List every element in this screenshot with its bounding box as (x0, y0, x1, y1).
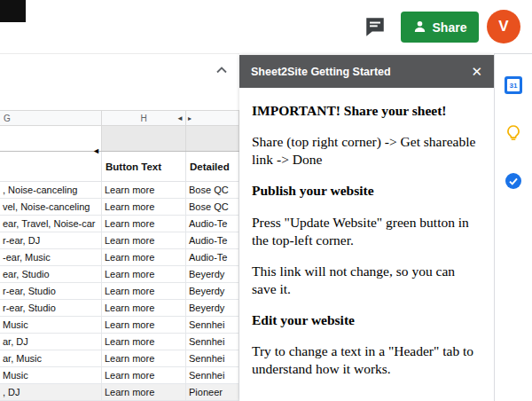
cell-button-text[interactable]: Learn more (102, 216, 186, 232)
hidden-columns-left-arrow-icon[interactable]: ◄ (176, 115, 184, 122)
header-label-button-text: Button Text (106, 161, 161, 172)
cell-detailed[interactable]: Audio-Te (186, 216, 239, 232)
sheet-toolbar-strip (0, 54, 239, 110)
header-cell-g[interactable]: ◄ (0, 152, 102, 181)
panel-paragraph: This link will not change, so you can sa… (252, 263, 481, 298)
workspace-side-rail: 31 (494, 53, 532, 401)
table-row: , Noise-canceling Learn more Bose QC (0, 182, 239, 199)
cell-detailed[interactable]: Sennhei (186, 350, 239, 366)
column-letter-h: H (140, 114, 146, 123)
cell-button-text[interactable]: Learn more (102, 384, 186, 400)
header-cell-detailed[interactable]: Detailed (186, 152, 239, 181)
table-row: -ear, Music Learn more Audio-Te (0, 249, 239, 266)
comment-button[interactable] (362, 15, 388, 40)
frozen-cell-h[interactable] (102, 126, 186, 151)
cell-button-text[interactable]: Learn more (102, 334, 186, 350)
google-sheets-window: Share V G H ◄ ▸ (0, 0, 532, 401)
hidden-columns-right-arrow-icon[interactable]: ▸ (188, 115, 192, 122)
column-header-h[interactable]: H ◄ (102, 111, 186, 125)
getting-started-panel: Sheet2Site Getting Started ✕ IMPORTANT! … (239, 55, 494, 401)
cell-detailed[interactable]: Sennhei (186, 367, 239, 383)
table-row: r-ear, Studio Learn more Beyerdy (0, 300, 239, 317)
calendar-icon[interactable]: 31 (504, 75, 523, 95)
cell-button-text[interactable]: Learn more (102, 283, 186, 299)
cell-detailed[interactable]: Audio-Te (186, 232, 239, 248)
chevron-up-icon[interactable] (213, 61, 231, 79)
cell-detailed[interactable]: Sennhei (186, 334, 239, 350)
panel-title: Sheet2Site Getting Started (251, 66, 471, 78)
cell-detailed[interactable]: Beyerdy (186, 266, 239, 282)
topbar: Share V (0, 0, 532, 53)
table-row: ear, Studio Learn more Beyerdy (0, 266, 239, 283)
column-header-i[interactable]: ▸ (186, 111, 239, 125)
table-row: ar, DJ Learn more Sennhei (0, 334, 239, 350)
cell-button-text[interactable]: Learn more (102, 266, 186, 282)
cell-tags[interactable]: r-ear, Studio (0, 283, 102, 299)
frozen-row (0, 126, 239, 152)
cell-tags[interactable]: r-ear, Studio (0, 300, 102, 316)
cell-tags[interactable]: ear, Travel, Noise-car (0, 216, 102, 232)
table-row: r-ear, DJ Learn more Audio-Te (0, 232, 239, 249)
panel-heading: Edit your website (252, 311, 481, 329)
cell-detailed[interactable]: Audio-Te (186, 249, 239, 265)
table-row: ear, Travel, Noise-car Learn more Audio-… (0, 216, 239, 232)
column-header-g[interactable]: G (0, 111, 102, 125)
header-cell-button-text[interactable]: Button Text (102, 152, 186, 181)
avatar-initial: V (498, 18, 508, 35)
cell-button-text[interactable]: Learn more (102, 317, 186, 333)
table-row: r-ear, Studio Learn more Beyerdy (0, 283, 239, 300)
table-header-row: ◄ Button Text Detailed (0, 152, 239, 182)
person-icon (413, 20, 426, 35)
table-row: Music Learn more Sennhei (0, 317, 239, 334)
panel-body: IMPORTANT! Share your sheet! Share (top … (239, 88, 494, 401)
cell-tags[interactable]: vel, Noise-canceling (0, 199, 102, 215)
cell-detailed[interactable]: Beyerdy (186, 283, 239, 299)
calendar-icon-frame: 31 (505, 76, 522, 94)
cell-tags[interactable]: Music (0, 317, 102, 333)
screen-corner-artifact (0, 0, 26, 22)
panel-paragraph: Try to change a text in a "Header" tab t… (252, 342, 481, 378)
cell-tags[interactable]: Music (0, 367, 102, 383)
calendar-icon-date: 31 (507, 79, 520, 91)
cell-tags[interactable]: ar, DJ (0, 334, 102, 350)
comment-icon (364, 28, 387, 41)
panel-header: Sheet2Site Getting Started ✕ (239, 55, 494, 88)
keep-lightbulb-icon[interactable] (504, 123, 523, 143)
column-letter-g: G (4, 114, 11, 123)
header-label-detailed: Detailed (190, 161, 230, 172)
cell-detailed[interactable]: Bose QC (186, 182, 239, 198)
column-header-row: G H ◄ ▸ (0, 110, 239, 126)
panel-paragraph: Share (top right corner) -> Get shareabl… (252, 133, 481, 169)
panel-heading: IMPORTANT! Share your sheet! (252, 102, 481, 120)
table-row: vel, Noise-canceling Learn more Bose QC (0, 199, 239, 216)
cell-detailed[interactable]: Sennhei (186, 317, 239, 333)
account-avatar[interactable]: V (487, 10, 520, 43)
cell-detailed[interactable]: Beyerdy (186, 300, 239, 316)
frozen-cell-g[interactable] (0, 126, 102, 151)
panel-heading: Publish your website (252, 182, 481, 200)
share-button[interactable]: Share (401, 12, 479, 43)
frozen-cell-i[interactable] (186, 126, 239, 151)
cell-button-text[interactable]: Learn more (102, 249, 186, 265)
cell-button-text[interactable]: Learn more (102, 300, 186, 316)
cell-button-text[interactable]: Learn more (102, 232, 186, 248)
cell-tags[interactable]: r-ear, DJ (0, 232, 102, 248)
cell-button-text[interactable]: Learn more (102, 199, 186, 215)
cell-tags[interactable]: -ear, Music (0, 249, 102, 265)
table-row: ar, Music Learn more Sennhei (0, 350, 239, 367)
filter-arrow-icon[interactable]: ◄ (92, 146, 100, 155)
cell-tags[interactable]: ar, Music (0, 350, 102, 366)
cell-detailed[interactable]: Pioneer (186, 384, 239, 400)
cell-button-text[interactable]: Learn more (102, 350, 186, 366)
cell-tags[interactable]: , DJ (0, 384, 102, 400)
table-row: , DJ Learn more Pioneer (0, 384, 239, 401)
cell-tags[interactable]: ear, Studio (0, 266, 102, 282)
cell-detailed[interactable]: Bose QC (186, 199, 239, 215)
spreadsheet-area: G H ◄ ▸ ◄ Button Text Detaile (0, 53, 239, 401)
tasks-icon[interactable] (504, 171, 523, 191)
cell-tags[interactable]: , Noise-canceling (0, 182, 102, 198)
cell-button-text[interactable]: Learn more (102, 182, 186, 198)
cell-button-text[interactable]: Learn more (102, 367, 186, 383)
close-icon[interactable]: ✕ (471, 64, 482, 80)
table-row: Music Learn more Sennhei (0, 367, 239, 384)
